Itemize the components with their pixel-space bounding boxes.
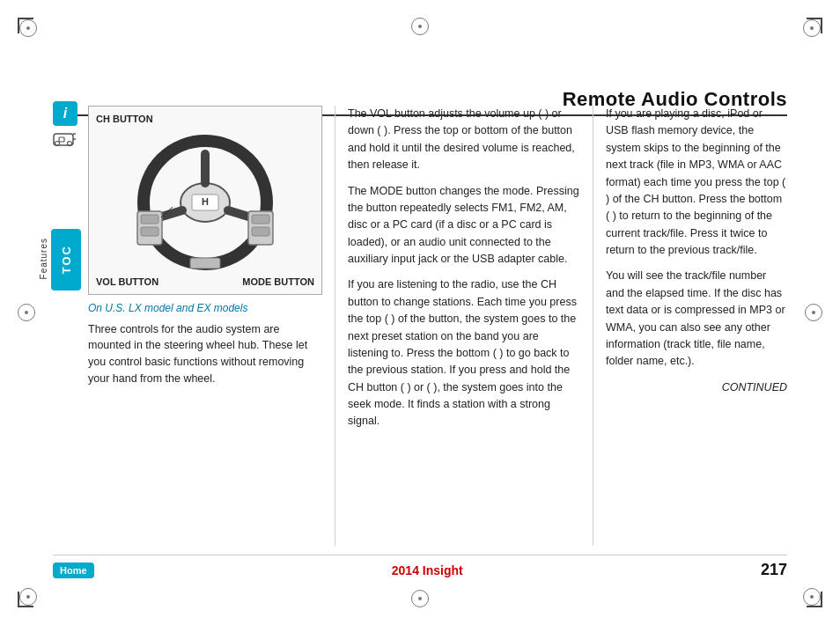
info-icon: i	[53, 101, 77, 126]
reg-mark-tl	[19, 19, 37, 37]
reg-mark-tr	[803, 19, 821, 37]
footer-model: 2014 Insight	[392, 563, 463, 577]
svg-rect-20	[190, 258, 220, 268]
reg-mark-br	[803, 588, 821, 606]
svg-rect-0	[54, 134, 73, 145]
caption-body: Three controls for the audio system are …	[88, 321, 322, 387]
continued-text: CONTINUED	[606, 379, 787, 396]
reg-mark-top	[411, 18, 429, 35]
svg-rect-1	[59, 137, 64, 142]
content-area: CH BUTTON H	[88, 106, 787, 546]
right-para-1: If you are playing a disc, iPod or USB f…	[606, 106, 787, 259]
page-number: 217	[761, 561, 787, 579]
diagram-box: CH BUTTON H	[88, 106, 322, 295]
vol-button-label: VOL BUTTON	[96, 276, 158, 287]
page-footer: Home 2014 Insight 217	[53, 555, 787, 579]
svg-rect-14	[141, 215, 158, 224]
reg-mark-bl	[19, 588, 37, 606]
left-column: CH BUTTON H	[88, 106, 335, 546]
caution-icon	[53, 129, 77, 149]
steering-wheel-diagram: H	[113, 128, 298, 273]
toc-button[interactable]: TOC	[51, 229, 81, 290]
reg-mark-right	[805, 304, 822, 321]
sidebar: i	[53, 101, 77, 149]
home-button[interactable]: Home	[53, 562, 94, 578]
mid-para-3: If you are listening to the radio, use t…	[348, 276, 580, 430]
mid-para-1: The VOL button adjusts the volume up ( )…	[348, 106, 580, 174]
caption-italic: On U.S. LX model and EX models	[88, 302, 322, 316]
mid-para-2: The MODE button changes the mode. Pressi…	[348, 183, 580, 268]
reg-mark-left	[18, 304, 35, 321]
middle-column: The VOL button adjusts the volume up ( )…	[335, 106, 593, 546]
reg-mark-bottom	[411, 590, 429, 607]
toc-label: TOC	[60, 245, 73, 274]
svg-rect-17	[252, 215, 269, 224]
right-column: If you are playing a disc, iPod or USB f…	[593, 106, 787, 546]
diagram-bottom-labels: VOL BUTTON MODE BUTTON	[96, 276, 314, 287]
right-para-2: You will see the track/file number and t…	[606, 268, 787, 370]
svg-rect-15	[141, 227, 158, 236]
ch-button-label: CH BUTTON	[96, 114, 314, 124]
features-label: Features	[39, 238, 48, 279]
svg-rect-18	[252, 227, 269, 236]
svg-text:H: H	[202, 196, 209, 207]
mode-button-label: MODE BUTTON	[242, 276, 314, 287]
columns: CH BUTTON H	[88, 106, 787, 546]
